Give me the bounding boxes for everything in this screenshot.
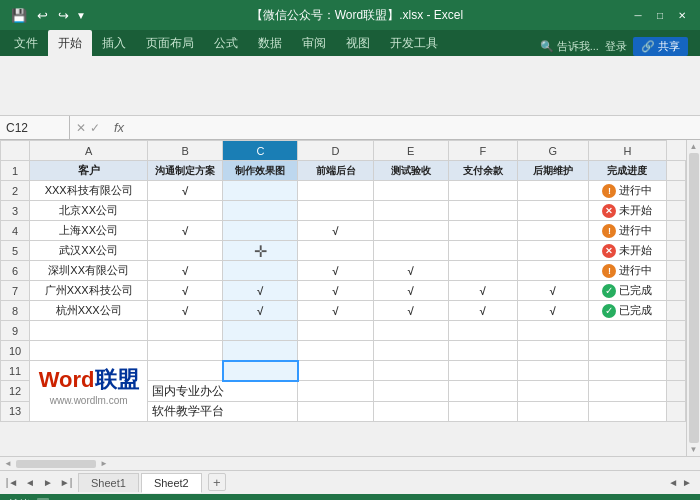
- cell-h1[interactable]: 完成进度: [588, 161, 666, 181]
- share-btn[interactable]: 🔗 共享: [633, 37, 688, 56]
- cell-e8[interactable]: √: [373, 301, 448, 321]
- cell-h5[interactable]: ✕ 未开始: [588, 241, 666, 261]
- cell-h12[interactable]: [588, 381, 666, 402]
- cell-a3[interactable]: 北京XX公司: [30, 201, 148, 221]
- cell-c10[interactable]: [223, 341, 298, 361]
- cell-e12[interactable]: [373, 381, 448, 402]
- cell-a1[interactable]: 客户: [30, 161, 148, 181]
- cell-e7[interactable]: √: [373, 281, 448, 301]
- col-header-h[interactable]: H: [588, 141, 666, 161]
- col-header-a[interactable]: A: [30, 141, 148, 161]
- cell-d9[interactable]: [298, 321, 373, 341]
- cell-b3[interactable]: [148, 201, 223, 221]
- cell-c8[interactable]: √: [223, 301, 298, 321]
- tab-home[interactable]: 开始: [48, 30, 92, 56]
- cell-g11[interactable]: [517, 361, 588, 381]
- cell-e13[interactable]: [373, 401, 448, 421]
- cell-f3[interactable]: [448, 201, 517, 221]
- cell-f6[interactable]: [448, 261, 517, 281]
- cell-g7[interactable]: √: [517, 281, 588, 301]
- cell-d3[interactable]: [298, 201, 373, 221]
- cell-b7[interactable]: √: [148, 281, 223, 301]
- cell-a10[interactable]: [30, 341, 148, 361]
- cell-e2[interactable]: [373, 181, 448, 201]
- search-tell-me[interactable]: 🔍 告诉我...: [540, 39, 599, 54]
- cell-f2[interactable]: [448, 181, 517, 201]
- cell-d7[interactable]: √: [298, 281, 373, 301]
- cell-d13[interactable]: [298, 401, 373, 421]
- cell-b5[interactable]: [148, 241, 223, 261]
- cell-c6[interactable]: [223, 261, 298, 281]
- cell-g12[interactable]: [517, 381, 588, 402]
- cell-g1[interactable]: 后期维护: [517, 161, 588, 181]
- cell-c3[interactable]: [223, 201, 298, 221]
- cell-d12[interactable]: [298, 381, 373, 402]
- col-header-b[interactable]: B: [148, 141, 223, 161]
- tab-formula[interactable]: 公式: [204, 30, 248, 56]
- cell-a2[interactable]: XXX科技有限公司: [30, 181, 148, 201]
- scrollbar-thumb[interactable]: [689, 153, 699, 443]
- cell-b4[interactable]: √: [148, 221, 223, 241]
- login-btn[interactable]: 登录: [605, 39, 627, 54]
- cell-b10[interactable]: [148, 341, 223, 361]
- cell-d2[interactable]: [298, 181, 373, 201]
- close-btn[interactable]: ✕: [672, 5, 692, 25]
- col-header-g[interactable]: G: [517, 141, 588, 161]
- customize-btn[interactable]: ▼: [76, 10, 86, 21]
- sheet-nav-next[interactable]: ►: [40, 475, 56, 491]
- cell-d4[interactable]: √: [298, 221, 373, 241]
- cell-h8[interactable]: ✓ 已完成: [588, 301, 666, 321]
- cell-g8[interactable]: √: [517, 301, 588, 321]
- cell-d8[interactable]: √: [298, 301, 373, 321]
- cell-f1[interactable]: 支付余款: [448, 161, 517, 181]
- cell-a4[interactable]: 上海XX公司: [30, 221, 148, 241]
- sheet-nav-first[interactable]: |◄: [4, 475, 20, 491]
- col-header-c[interactable]: C: [223, 141, 298, 161]
- cell-g10[interactable]: [517, 341, 588, 361]
- col-header-d[interactable]: D: [298, 141, 373, 161]
- cell-h3[interactable]: ✕ 未开始: [588, 201, 666, 221]
- cell-g3[interactable]: [517, 201, 588, 221]
- minimize-btn[interactable]: ─: [628, 5, 648, 25]
- cell-a11[interactable]: Word联盟 www.wordlm.com: [30, 361, 148, 422]
- vertical-scrollbar[interactable]: ▲ ▼: [686, 140, 700, 456]
- cell-b1[interactable]: 沟通制定方案: [148, 161, 223, 181]
- cell-h4[interactable]: ! 进行中: [588, 221, 666, 241]
- tab-insert[interactable]: 插入: [92, 30, 136, 56]
- sheet-scroll-right[interactable]: ►: [682, 477, 692, 488]
- cell-b2[interactable]: √: [148, 181, 223, 201]
- cell-f11[interactable]: [448, 361, 517, 381]
- cell-h6[interactable]: ! 进行中: [588, 261, 666, 281]
- cell-c4[interactable]: [223, 221, 298, 241]
- cell-c5[interactable]: ✛: [223, 241, 298, 261]
- cell-f8[interactable]: √: [448, 301, 517, 321]
- tab-data[interactable]: 数据: [248, 30, 292, 56]
- cell-d6[interactable]: √: [298, 261, 373, 281]
- cell-g4[interactable]: [517, 221, 588, 241]
- sheet-tab-1[interactable]: Sheet1: [78, 473, 139, 492]
- cell-e6[interactable]: √: [373, 261, 448, 281]
- cell-h2[interactable]: ! 进行中: [588, 181, 666, 201]
- sheet-scroll-left[interactable]: ◄: [668, 477, 678, 488]
- cancel-formula-icon[interactable]: ✕: [76, 121, 86, 135]
- cell-g5[interactable]: [517, 241, 588, 261]
- tab-view[interactable]: 视图: [336, 30, 380, 56]
- add-sheet-btn[interactable]: +: [208, 473, 226, 491]
- formula-input[interactable]: [132, 121, 700, 135]
- scroll-right-btn[interactable]: ►: [100, 459, 108, 468]
- save-icon[interactable]: 💾: [8, 6, 30, 25]
- cell-h10[interactable]: [588, 341, 666, 361]
- cell-c1[interactable]: 制作效果图: [223, 161, 298, 181]
- cell-g9[interactable]: [517, 321, 588, 341]
- cell-c7[interactable]: √: [223, 281, 298, 301]
- cell-b13[interactable]: 软件教学平台: [148, 401, 298, 421]
- cell-g2[interactable]: [517, 181, 588, 201]
- cell-g6[interactable]: [517, 261, 588, 281]
- cell-b9[interactable]: [148, 321, 223, 341]
- cell-b6[interactable]: √: [148, 261, 223, 281]
- h-scrollbar-thumb[interactable]: [16, 460, 96, 468]
- cell-e1[interactable]: 测试验收: [373, 161, 448, 181]
- sheet-nav-prev[interactable]: ◄: [22, 475, 38, 491]
- cell-f12[interactable]: [448, 381, 517, 402]
- cell-f13[interactable]: [448, 401, 517, 421]
